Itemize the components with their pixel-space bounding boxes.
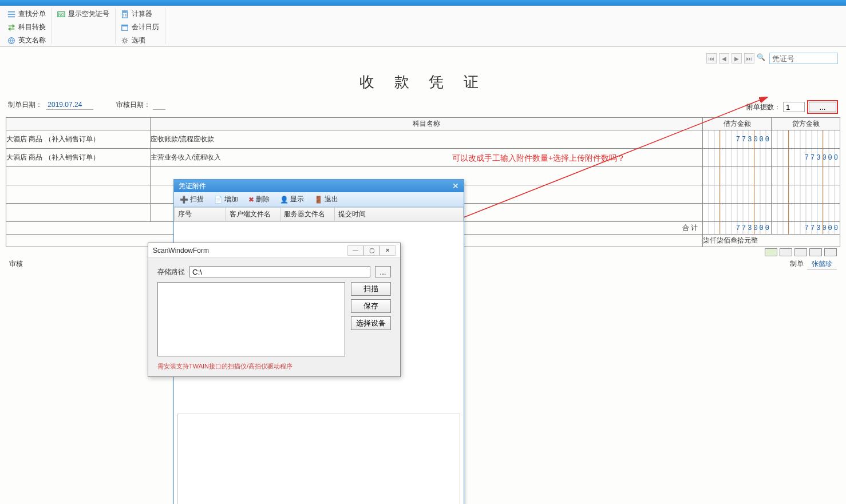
audit-date-label: 审核日期： xyxy=(116,101,151,109)
summary-cell[interactable]: 大酒店 商品 （补入销售订单） xyxy=(6,149,151,167)
debit-cell[interactable]: 773000 xyxy=(703,130,772,149)
credit-cell[interactable]: 773000 xyxy=(772,149,840,167)
exit-icon: 🚪 xyxy=(314,196,323,204)
show-button[interactable]: 👤显示 xyxy=(278,194,306,205)
debit-cell[interactable] xyxy=(703,167,772,185)
svg-point-10 xyxy=(123,15,124,16)
close-icon[interactable]: ✕ xyxy=(452,181,459,191)
scan-preview xyxy=(157,282,345,356)
calculator-label: 计算器 xyxy=(132,9,152,19)
summary-cell[interactable] xyxy=(6,204,151,222)
accounting-calendar-button[interactable]: 会计日历 xyxy=(118,21,161,33)
find-split-button[interactable]: 查找分单 xyxy=(5,8,48,20)
col-seq[interactable]: 序号 xyxy=(175,208,226,221)
attachment-toolbar: ➕扫描 📄增加 ✖删除 👤显示 🚪退出 xyxy=(174,192,464,207)
audit-footer: 审核 xyxy=(9,259,23,269)
svg-point-11 xyxy=(125,15,126,16)
attachment-table: 序号 客户端文件名 服务器文件名 提交时间 xyxy=(174,207,464,221)
attachment-dialog-title: 凭证附件 xyxy=(179,181,206,191)
voucher-meta-row: 制单日期： 2019.07.24 审核日期： 附单据数： ... xyxy=(6,100,840,117)
path-label: 存储路径 xyxy=(157,267,185,277)
path-input[interactable] xyxy=(189,266,370,277)
attachment-dialog-titlebar[interactable]: 凭证附件 ✕ xyxy=(174,180,464,192)
status-icon-1[interactable] xyxy=(765,248,777,256)
globe-icon xyxy=(7,36,16,45)
english-name-label: 英文名称 xyxy=(18,35,46,45)
subject-convert-label: 科目转换 xyxy=(18,22,46,32)
col-client-file[interactable]: 客户端文件名 xyxy=(226,208,280,221)
account-cell[interactable]: 应收账款/流程应收款 xyxy=(151,130,703,149)
calculator-button[interactable]: 计算器 xyxy=(118,8,161,20)
credit-cell[interactable] xyxy=(772,204,840,222)
total-credit: 773000 xyxy=(772,222,840,235)
status-icon-3[interactable] xyxy=(794,248,807,256)
table-row[interactable]: 大酒店 商品 （补入销售订单） 应收账款/流程应收款 773000 xyxy=(6,130,840,149)
svg-rect-0 xyxy=(8,11,15,12)
summary-cell[interactable]: 大酒店 商品 （补入销售订单） xyxy=(6,130,151,149)
show-empty-voucher-label: 显示空凭证号 xyxy=(68,9,109,19)
find-split-label: 查找分单 xyxy=(18,9,46,19)
scan-dialog-titlebar[interactable]: ScanWindowForm — ▢ ✕ xyxy=(148,243,400,258)
delete-button[interactable]: ✖删除 xyxy=(246,194,272,205)
add-button[interactable]: 📄增加 xyxy=(212,194,240,205)
credit-cell[interactable] xyxy=(772,185,840,204)
col-account-header: 科目名称 xyxy=(151,118,703,130)
accounting-calendar-label: 会计日历 xyxy=(132,22,159,32)
maximize-button[interactable]: ▢ xyxy=(363,245,379,256)
debit-cell[interactable] xyxy=(703,149,772,167)
show-icon: 👤 xyxy=(280,196,288,204)
maker-name: 张懿珍 xyxy=(807,259,837,269)
options-label: 选项 xyxy=(132,35,145,45)
status-icon-5[interactable] xyxy=(824,248,837,256)
create-date-value[interactable]: 2019.07.24 xyxy=(46,101,93,110)
attach-annotation-target: ... xyxy=(807,100,838,114)
ribbon-toolbar: 查找分单 科目转换 英文名称 NO 显示空凭证号 计算器 会计日历 选项 xyxy=(0,6,846,47)
summary-cell[interactable] xyxy=(6,185,151,204)
add-icon: 📄 xyxy=(214,196,223,204)
options-button[interactable]: 选项 xyxy=(118,34,161,46)
show-empty-voucher-button[interactable]: NO 显示空凭证号 xyxy=(54,8,112,20)
attachment-count-group: 附单据数： ... xyxy=(746,100,838,114)
debit-cell[interactable] xyxy=(703,204,772,222)
status-icon-2[interactable] xyxy=(780,248,792,256)
calendar-icon xyxy=(120,23,129,32)
attach-count-input[interactable] xyxy=(783,102,805,112)
svg-text:NO: NO xyxy=(58,12,65,16)
col-submit-time[interactable]: 提交时间 xyxy=(335,208,464,221)
scan-plus-icon: ➕ xyxy=(180,196,188,204)
nav-prev-button[interactable]: ◀ xyxy=(719,53,729,64)
status-icon-4[interactable] xyxy=(809,248,822,256)
browse-button[interactable]: ... xyxy=(375,266,391,277)
debit-cell[interactable] xyxy=(703,185,772,204)
close-button[interactable]: ✕ xyxy=(379,245,396,256)
attach-browse-button[interactable]: ... xyxy=(809,102,836,112)
table-row[interactable]: 大酒店 商品 （补入销售订单） 主营业务收入/流程收入 773000 xyxy=(6,149,840,167)
nav-next-button[interactable]: ▶ xyxy=(732,53,742,64)
svg-point-14 xyxy=(123,39,126,42)
select-device-button[interactable]: 选择设备 xyxy=(351,316,391,330)
nav-first-button[interactable]: ⏮ xyxy=(706,53,717,64)
save-button[interactable]: 保存 xyxy=(351,299,391,313)
english-name-button[interactable]: 英文名称 xyxy=(5,34,48,46)
subject-convert-button[interactable]: 科目转换 xyxy=(5,21,48,33)
col-debit-header: 借方金额 xyxy=(703,118,772,130)
total-debit: 773000 xyxy=(703,222,772,235)
minimize-button[interactable]: — xyxy=(347,245,363,256)
scan-dialog: ScanWindowForm — ▢ ✕ 存储路径 ... 扫描 保存 选择设备… xyxy=(148,243,401,377)
summary-cell[interactable] xyxy=(6,167,151,185)
svg-rect-7 xyxy=(123,11,127,13)
credit-cell[interactable] xyxy=(772,167,840,185)
col-credit-header: 贷方金额 xyxy=(772,118,840,130)
scan-action-button[interactable]: 扫描 xyxy=(351,282,391,296)
voucher-title: 收 款 凭 证 xyxy=(6,72,840,92)
voucher-number-search[interactable] xyxy=(769,53,838,64)
create-date-item: 制单日期： 2019.07.24 xyxy=(8,100,93,114)
credit-cell[interactable] xyxy=(772,130,840,149)
exit-button[interactable]: 🚪退出 xyxy=(312,194,341,205)
maker-label: 制单 xyxy=(790,259,804,269)
scan-button[interactable]: ➕扫描 xyxy=(177,194,206,205)
nav-last-button[interactable]: ⏭ xyxy=(744,53,754,64)
gear-icon xyxy=(120,36,129,45)
svg-rect-13 xyxy=(122,25,128,26)
col-server-file[interactable]: 服务器文件名 xyxy=(280,208,335,221)
